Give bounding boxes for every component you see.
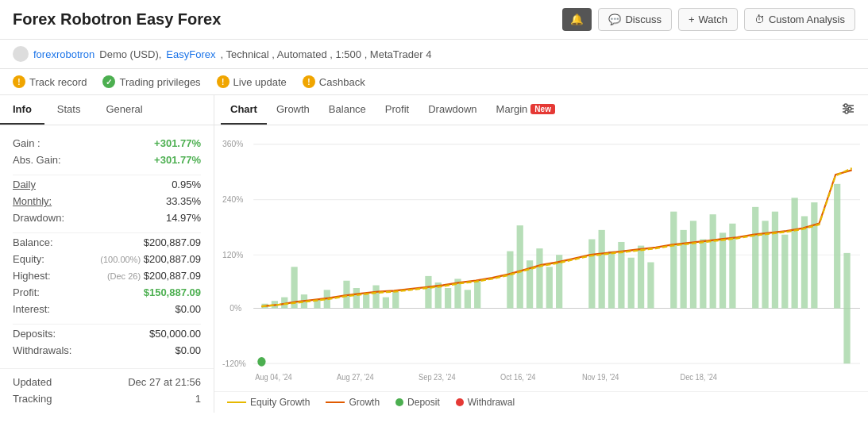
notify-button[interactable]: 🔔 — [562, 8, 592, 31]
deposits-label: Deposits: — [13, 328, 56, 340]
svg-rect-57 — [772, 212, 778, 309]
custom-analysis-button[interactable]: ⏱ Custom Analysis — [744, 8, 855, 31]
discuss-button[interactable]: 💬 Discuss — [598, 8, 672, 31]
info-daily: Daily 0.95% — [13, 175, 201, 193]
equity-growth-label: Equity Growth — [250, 397, 310, 408]
updated-label: Updated — [13, 376, 52, 388]
deposits-value: $50,000.00 — [149, 328, 201, 340]
svg-text:0%: 0% — [230, 302, 241, 313]
chart-tab-growth[interactable]: Growth — [267, 95, 319, 125]
chart-tab-profit[interactable]: Profit — [376, 95, 419, 125]
trading-privileges-label: Trading privileges — [119, 76, 200, 88]
success-icon-trading: ✓ — [102, 75, 115, 88]
svg-point-64 — [257, 357, 265, 367]
chart-tab-balance[interactable]: Balance — [319, 95, 376, 125]
discuss-icon: 💬 — [608, 13, 621, 25]
header: Forex Robotron Easy Forex 🔔 💬 Discuss + … — [0, 0, 868, 40]
page-title: Forex Robotron Easy Forex — [13, 10, 221, 29]
updated-row: Updated Dec 27 at 21:56 — [13, 374, 201, 390]
withdrawal-label: Withdrawal — [468, 397, 515, 408]
info-withdrawals: Withdrawals: $0.00 — [13, 342, 201, 359]
info-gain: Gain : +301.77% — [13, 135, 201, 152]
deposit-label: Deposit — [407, 397, 440, 408]
legend-growth: Growth — [326, 397, 380, 408]
info-equity: Equity: (100.00%) $200,887.09 — [13, 251, 201, 267]
balance-value: $200,887.09 — [144, 236, 201, 248]
svg-point-3 — [844, 104, 847, 107]
abs-gain-value: +301.77% — [154, 154, 201, 166]
svg-rect-49 — [681, 230, 687, 309]
drawdown-label: Drawdown: — [13, 212, 64, 224]
monthly-label[interactable]: Monthly: — [13, 195, 52, 207]
gain-value: +301.77% — [154, 137, 201, 149]
updated-value: Dec 27 at 21:56 — [128, 376, 201, 388]
svg-rect-41 — [588, 239, 595, 308]
username-link[interactable]: forexrobotron — [33, 48, 95, 60]
main-content: Info Stats General Gain : +301.77% Abs. … — [0, 95, 868, 413]
chart-legend: Equity Growth Growth Deposit Withdrawal — [214, 391, 868, 413]
warning-icon-cashback: ! — [303, 75, 315, 88]
svg-rect-26 — [372, 286, 379, 309]
svg-text:360%: 360% — [222, 139, 244, 149]
svg-rect-58 — [781, 235, 788, 309]
daily-label[interactable]: Daily — [13, 179, 36, 190]
avatar — [13, 46, 29, 62]
svg-rect-35 — [507, 252, 513, 309]
svg-rect-45 — [628, 258, 635, 309]
chart-svg: 360% 240% 120% 0% -120% — [222, 133, 860, 391]
daily-value: 0.95% — [172, 179, 201, 190]
svg-rect-46 — [638, 246, 644, 309]
svg-rect-34 — [474, 281, 480, 309]
info-drawdown: Drawdown: 14.97% — [13, 209, 201, 226]
svg-text:Sep 23, '24: Sep 23, '24 — [419, 373, 456, 382]
svg-rect-25 — [363, 294, 369, 308]
highest-label: Highest: — [13, 270, 51, 282]
equity-label: Equity: — [13, 253, 44, 265]
tab-stats[interactable]: Stats — [44, 95, 94, 125]
highest-amount: $200,887.09 — [144, 270, 201, 282]
svg-rect-38 — [536, 248, 542, 308]
chart-tab-drawdown[interactable]: Drawdown — [419, 95, 486, 125]
svg-rect-52 — [710, 214, 716, 308]
tab-general[interactable]: General — [93, 95, 155, 125]
subheader-rest: , Technical , Automated , 1:500 , MetaTr… — [220, 48, 431, 60]
svg-rect-54 — [729, 224, 735, 309]
growth-line — [326, 402, 345, 403]
svg-rect-39 — [546, 267, 553, 308]
equity-pct: (100.00%) — [100, 255, 141, 264]
gain-label: Gain : — [13, 137, 41, 149]
svg-rect-51 — [700, 239, 706, 308]
equity-amount: $200,887.09 — [144, 253, 201, 265]
withdrawals-label: Withdrawals: — [13, 344, 71, 356]
easy-forex-link[interactable]: EasyForex — [166, 48, 215, 60]
info-profit: Profit: $150,887.09 — [13, 284, 201, 301]
warning-icon-track: ! — [13, 75, 25, 88]
highest-value: (Dec 26) $200,887.09 — [107, 270, 201, 282]
tracking-label: Tracking — [13, 393, 52, 405]
chart-tab-chart[interactable]: Chart — [221, 95, 267, 125]
equity-value: (100.00%) $200,887.09 — [100, 253, 201, 265]
filter-icon[interactable] — [835, 95, 862, 125]
tracking-value: 1 — [195, 393, 201, 405]
svg-text:Dec 18, '24: Dec 18, '24 — [681, 373, 718, 382]
watch-button[interactable]: + Watch — [678, 8, 738, 31]
chart-tabs: Chart Growth Balance Profit Drawdown Mar… — [214, 95, 868, 125]
chart-area: 360% 240% 120% 0% -120% — [214, 125, 868, 391]
highest-date: (Dec 26) — [107, 271, 141, 281]
left-panel: Info Stats General Gain : +301.77% Abs. … — [0, 95, 214, 413]
balance-label: Balance: — [13, 236, 53, 248]
tab-info[interactable]: Info — [0, 95, 44, 125]
svg-rect-59 — [792, 198, 798, 308]
left-tabs: Info Stats General — [0, 95, 214, 125]
svg-rect-29 — [425, 276, 431, 309]
subheader: forexrobotron Demo (USD), EasyForex , Te… — [0, 40, 868, 69]
info-abs-gain: Abs. Gain: +301.77% — [13, 152, 201, 168]
svg-rect-62 — [834, 184, 840, 309]
status-bar: ! Track record ✓ Trading privileges ! Li… — [0, 69, 868, 95]
margin-label: Margin — [496, 103, 528, 115]
bottom-info: Updated Dec 27 at 21:56 Tracking 1 — [0, 368, 214, 412]
abs-gain-label: Abs. Gain: — [13, 154, 61, 166]
legend-withdrawal: Withdrawal — [456, 397, 515, 408]
chart-tab-margin[interactable]: Margin New — [487, 95, 565, 125]
info-highest: Highest: (Dec 26) $200,887.09 — [13, 267, 201, 284]
